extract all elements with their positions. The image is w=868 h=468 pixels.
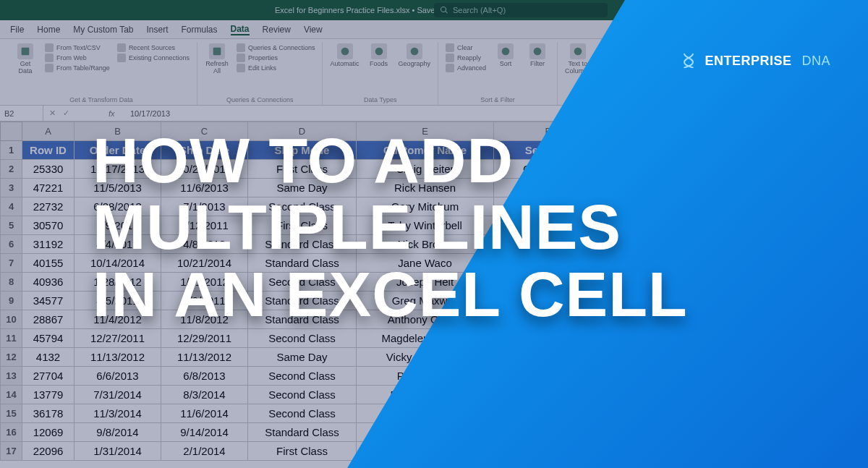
cell[interactable]: 22732: [22, 197, 75, 216]
ribbon-button-foods[interactable]: Foods: [367, 43, 391, 68]
cell[interactable]: Anthony Ocano: [357, 310, 494, 329]
cell[interactable]: 4132: [22, 348, 75, 367]
cell[interactable]: Gary Mitchum: [357, 197, 494, 216]
cell[interactable]: 1/31/2012: [161, 273, 248, 292]
menu-tab-my-custom-tab[interactable]: My Custom Tab: [73, 25, 133, 35]
cell[interactable]: 11/13/2012: [161, 348, 248, 367]
cell[interactable]: Ben Peterman: [357, 386, 494, 404]
cell[interactable]: 34577: [22, 292, 75, 310]
cell[interactable]: 40155: [22, 254, 75, 273]
cell[interactable]: 1/28/2012: [75, 273, 161, 292]
cell[interactable]: 36178: [22, 404, 75, 423]
formula-bar[interactable]: 10/17/2013: [126, 109, 868, 118]
menu-tab-file[interactable]: File: [10, 25, 24, 35]
cell[interactable]: Standard Class: [248, 235, 357, 254]
row-header-10[interactable]: 10: [1, 310, 22, 329]
cell[interactable]: 6/6/2013: [75, 367, 161, 386]
cell[interactable]: 22096: [22, 442, 75, 461]
cell[interactable]: 12/27/2011: [75, 329, 161, 348]
cell[interactable]: 4/8/2012: [161, 235, 248, 254]
row-header-12[interactable]: 12: [1, 348, 22, 367]
cell[interactable]: 11/3/2014: [75, 404, 161, 423]
cell[interactable]: Nick Brown: [357, 235, 494, 254]
ribbon-button-refresh-all[interactable]: RefreshAll: [205, 43, 229, 75]
cell[interactable]: 8/3/2014: [161, 386, 248, 404]
menu-tab-home[interactable]: Home: [37, 25, 60, 35]
row-header-6[interactable]: 6: [1, 235, 22, 254]
row-header-9[interactable]: 9: [1, 292, 22, 310]
cell[interactable]: 10/17/2013: [75, 160, 161, 179]
cell[interactable]: 1/31/2014: [75, 442, 161, 461]
cell[interactable]: Consumer: [494, 273, 603, 292]
column-header-F[interactable]: F: [494, 122, 603, 141]
cell[interactable]: 9/8/2014: [75, 423, 161, 442]
cell[interactable]: 6/28/2013: [75, 197, 161, 216]
cell[interactable]: 6/8/2013: [161, 367, 248, 386]
menu-tab-insert[interactable]: Insert: [147, 25, 169, 35]
cell[interactable]: Corporate: [494, 386, 603, 404]
ribbon-item-existing-connections[interactable]: Existing Connections: [117, 54, 190, 62]
search-box[interactable]: Search (Alt+Q): [434, 3, 608, 17]
cell[interactable]: Standard Class: [248, 310, 357, 329]
cell[interactable]: 10/14/2014: [75, 254, 161, 273]
cell[interactable]: 10/21/2014: [161, 254, 248, 273]
row-header-14[interactable]: 14: [1, 386, 22, 404]
row-header-16[interactable]: 16: [1, 423, 22, 442]
ribbon-item-edit-links[interactable]: Edit Links: [237, 64, 315, 72]
cell[interactable]: Home Office: [494, 197, 603, 216]
cell[interactable]: First Class: [248, 442, 357, 461]
ribbon-item-clear[interactable]: Clear: [446, 43, 486, 52]
cell[interactable]: Second Class: [248, 367, 357, 386]
table-header-cell[interactable]: Ship Mode: [248, 141, 357, 160]
cell[interactable]: Consumer: [494, 179, 603, 197]
cell[interactable]: Rick Hansen: [357, 179, 494, 197]
column-header-B[interactable]: B: [75, 122, 161, 141]
cell[interactable]: 4/5/2011: [75, 292, 161, 310]
ribbon-item-advanced[interactable]: Advanced: [446, 64, 486, 72]
cell[interactable]: Second Class: [248, 386, 357, 404]
cell[interactable]: Corporate: [494, 254, 603, 273]
table-header-cell[interactable]: Segment: [494, 141, 603, 160]
cell[interactable]: Greg Maxwell: [357, 292, 494, 310]
cell[interactable]: Consumer: [494, 160, 603, 179]
row-header-15[interactable]: 15: [1, 404, 22, 423]
column-header-E[interactable]: E: [357, 122, 494, 141]
ribbon-button-automatic[interactable]: Automatic: [330, 43, 359, 68]
cell[interactable]: 11/4/2012: [75, 310, 161, 329]
cell[interactable]: Standard Class: [248, 292, 357, 310]
ribbon-item-recent-sources[interactable]: Recent Sources: [117, 43, 190, 52]
cell[interactable]: 45794: [22, 329, 75, 348]
menu-tab-view[interactable]: View: [304, 25, 323, 35]
row-header-11[interactable]: 11: [1, 329, 22, 348]
row-header-3[interactable]: 3: [1, 179, 22, 197]
cell[interactable]: Consumer: [494, 423, 603, 442]
cell[interactable]: Joseph Helt: [357, 273, 494, 292]
cell[interactable]: 12069: [22, 423, 75, 442]
cell[interactable]: Consumer: [494, 442, 603, 461]
cell[interactable]: Vicky Freymann: [357, 348, 494, 367]
menu-tab-data[interactable]: Data: [231, 24, 250, 35]
cancel-icon[interactable]: ✕: [49, 109, 56, 118]
cell[interactable]: Standard Class: [248, 254, 357, 273]
menu-tab-formulas[interactable]: Formulas: [182, 25, 218, 35]
cell[interactable]: Second Class: [248, 404, 357, 423]
row-header-17[interactable]: 17: [1, 442, 22, 461]
cell[interactable]: Standard Class: [248, 423, 357, 442]
cell[interactable]: Toby Winterbell: [357, 216, 494, 235]
cell[interactable]: Consumer: [494, 235, 603, 254]
cell[interactable]: 10/21/2013: [161, 160, 248, 179]
cell[interactable]: Same Day: [248, 348, 357, 367]
cell[interactable]: 9/14/2014: [161, 423, 248, 442]
row-header-1[interactable]: 1: [1, 141, 22, 160]
cell[interactable]: Thomas Boland: [357, 404, 494, 423]
cell[interactable]: Second Class: [248, 197, 357, 216]
cell[interactable]: Jim Clark: [357, 442, 494, 461]
cell[interactable]: 11/5/2013: [75, 179, 161, 197]
cell[interactable]: First Class: [248, 160, 357, 179]
table-header-cell[interactable]: Order Date: [75, 141, 161, 160]
cell[interactable]: Consumer: [494, 367, 603, 386]
cell[interactable]: Second Class: [248, 273, 357, 292]
ribbon-item-queries-connections[interactable]: Queries & Connections: [237, 43, 315, 52]
ribbon-button-text-to-columns[interactable]: Text toColumns: [565, 43, 591, 75]
cell[interactable]: 7/1/2013: [161, 197, 248, 216]
